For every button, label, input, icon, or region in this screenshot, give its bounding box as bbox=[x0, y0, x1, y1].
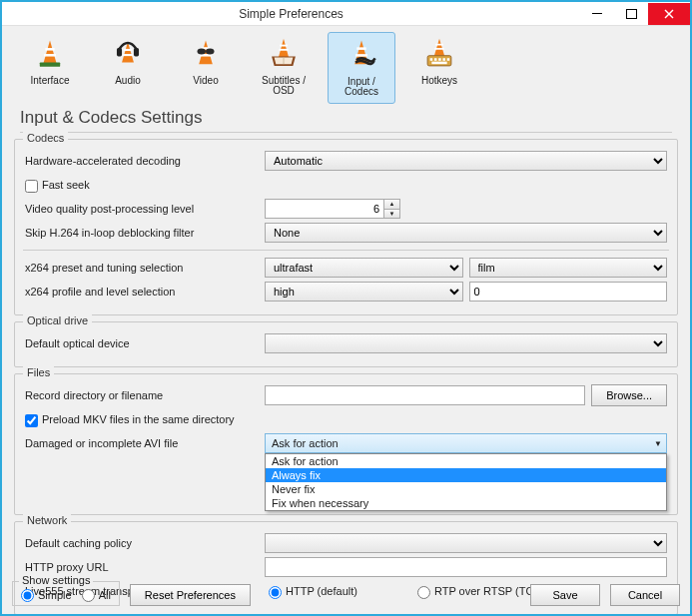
svg-rect-29 bbox=[438, 58, 441, 61]
maximize-button[interactable] bbox=[614, 3, 648, 25]
skip-loop-select[interactable]: None bbox=[265, 223, 667, 243]
avi-fix-option[interactable]: Always fix bbox=[266, 468, 666, 482]
skip-loop-label: Skip H.264 in-loop deblocking filter bbox=[25, 227, 265, 239]
x264-preset-select[interactable]: ultrafast bbox=[265, 258, 463, 278]
record-dir-label: Record directory or filename bbox=[25, 389, 265, 401]
keyboard-cone-icon bbox=[416, 36, 462, 72]
group-legend: Codecs bbox=[23, 132, 68, 144]
avi-fix-option[interactable]: Never fix bbox=[266, 482, 666, 496]
fast-seek-label: Fast seek bbox=[42, 179, 90, 191]
window-title: Simple Preferences bbox=[2, 7, 580, 21]
proxy-url-label: HTTP proxy URL bbox=[25, 561, 265, 573]
fast-seek-checkbox[interactable]: Fast seek bbox=[25, 179, 90, 192]
pp-level-label: Video quality post-processing level bbox=[25, 203, 265, 215]
show-settings-all-radio[interactable]: All bbox=[82, 588, 111, 601]
x264-profile-select[interactable]: high bbox=[265, 282, 463, 302]
avi-fix-option[interactable]: Fix when necessary bbox=[266, 496, 666, 510]
category-audio[interactable]: Audio bbox=[94, 32, 162, 104]
category-hotkeys[interactable]: Hotkeys bbox=[405, 32, 473, 104]
film-cone-icon bbox=[339, 37, 384, 73]
reset-preferences-button[interactable]: Reset Preferences bbox=[130, 584, 251, 606]
content-area: Codecs Hardware-accelerated decoding Aut… bbox=[2, 139, 690, 615]
avi-fix-value: Ask for action bbox=[272, 437, 339, 449]
save-button[interactable]: Save bbox=[530, 584, 600, 606]
group-legend: Network bbox=[23, 514, 71, 526]
group-files: Files Record directory or filename Brows… bbox=[14, 373, 678, 515]
browse-button[interactable]: Browse... bbox=[591, 384, 667, 406]
svg-rect-10 bbox=[134, 48, 139, 57]
avi-fix-select[interactable]: Ask for action ▼ Ask for action Always f… bbox=[265, 433, 667, 453]
group-legend: Files bbox=[23, 366, 54, 378]
pp-level-spin[interactable]: ▲ ▼ bbox=[265, 199, 400, 219]
svg-rect-26 bbox=[427, 56, 451, 66]
spin-down-icon[interactable]: ▼ bbox=[384, 210, 399, 219]
x264-preset-label: x264 preset and tuning selection bbox=[25, 262, 265, 274]
divider bbox=[23, 250, 669, 251]
x264-tuning-select[interactable]: film bbox=[469, 258, 668, 278]
avi-fix-label: Damaged or incomplete AVI file bbox=[25, 437, 265, 449]
glasses-cone-icon bbox=[183, 36, 229, 72]
svg-rect-8 bbox=[123, 54, 133, 56]
group-legend: Optical drive bbox=[23, 314, 92, 326]
caching-policy-select[interactable] bbox=[265, 533, 667, 553]
category-interface[interactable]: Interface bbox=[16, 32, 84, 104]
proxy-url-input[interactable] bbox=[265, 557, 667, 577]
show-settings-legend: Show settings bbox=[19, 574, 93, 586]
simple-radio-input[interactable] bbox=[21, 589, 34, 602]
svg-rect-9 bbox=[117, 48, 122, 57]
book-cone-icon bbox=[261, 36, 307, 72]
all-radio-input[interactable] bbox=[82, 589, 95, 602]
simple-radio-label: Simple bbox=[38, 589, 72, 601]
svg-rect-4 bbox=[44, 54, 56, 57]
minimize-button[interactable] bbox=[580, 3, 614, 25]
hw-decoding-select[interactable]: Automatic bbox=[265, 151, 667, 171]
category-label: Subtitles / OSD bbox=[252, 76, 316, 96]
show-settings-group: Show settings Simple All bbox=[12, 581, 120, 606]
svg-rect-21 bbox=[356, 47, 365, 50]
headphones-cone-icon bbox=[105, 36, 151, 72]
chevron-down-icon: ▼ bbox=[654, 439, 662, 448]
category-video[interactable]: Video bbox=[172, 32, 240, 104]
svg-rect-24 bbox=[435, 44, 443, 46]
svg-rect-30 bbox=[442, 58, 445, 61]
svg-rect-25 bbox=[434, 48, 443, 50]
avi-fix-dropdown-popup: Ask for action Always fix Never fix Fix … bbox=[265, 453, 667, 511]
heading-divider bbox=[20, 132, 672, 133]
spin-up-icon[interactable]: ▲ bbox=[384, 200, 399, 210]
category-label: Interface bbox=[18, 76, 82, 86]
svg-marker-23 bbox=[434, 39, 444, 56]
preload-mkv-input[interactable] bbox=[25, 414, 38, 427]
svg-rect-7 bbox=[124, 49, 133, 51]
caching-policy-label: Default caching policy bbox=[25, 537, 265, 549]
svg-rect-28 bbox=[434, 58, 437, 61]
show-settings-simple-radio[interactable]: Simple bbox=[21, 588, 72, 601]
window-controls bbox=[580, 3, 690, 25]
pp-level-input[interactable] bbox=[265, 199, 384, 219]
svg-rect-32 bbox=[431, 62, 446, 65]
svg-point-14 bbox=[198, 48, 207, 54]
record-dir-input[interactable] bbox=[265, 385, 585, 405]
x264-level-input[interactable] bbox=[469, 282, 668, 302]
fast-seek-input[interactable] bbox=[25, 180, 38, 193]
svg-rect-31 bbox=[447, 58, 450, 61]
traffic-cone-icon bbox=[27, 36, 73, 72]
preload-mkv-label: Preload MKV files in the same directory bbox=[42, 413, 235, 425]
category-subtitles[interactable]: Subtitles / OSD bbox=[250, 32, 318, 104]
group-optical: Optical drive Default optical device bbox=[14, 321, 678, 367]
svg-rect-27 bbox=[430, 58, 433, 61]
svg-rect-22 bbox=[355, 54, 367, 57]
avi-fix-option[interactable]: Ask for action bbox=[266, 454, 666, 468]
svg-point-15 bbox=[206, 48, 215, 54]
close-icon bbox=[664, 9, 674, 19]
title-bar: Simple Preferences bbox=[2, 2, 690, 26]
category-label: Video bbox=[174, 76, 238, 86]
x264-profile-label: x264 profile and level selection bbox=[25, 286, 265, 298]
all-radio-label: All bbox=[99, 589, 111, 601]
page-title: Input & Codecs Settings bbox=[2, 106, 690, 132]
cancel-button[interactable]: Cancel bbox=[610, 584, 680, 606]
default-optical-select[interactable] bbox=[265, 333, 667, 353]
category-inputcodecs[interactable]: Input / Codecs bbox=[328, 32, 395, 104]
svg-rect-18 bbox=[279, 49, 288, 51]
close-button[interactable] bbox=[648, 3, 690, 25]
preload-mkv-checkbox[interactable]: Preload MKV files in the same directory bbox=[25, 413, 235, 426]
